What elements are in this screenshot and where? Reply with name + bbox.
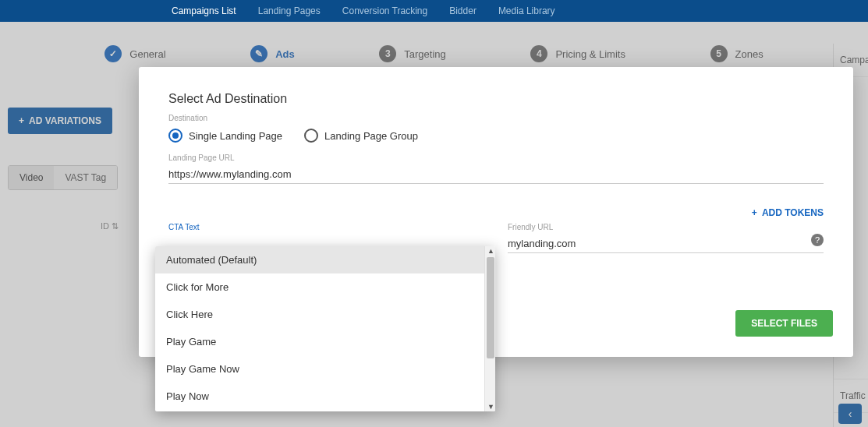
friendly-url-label: Friendly URL <box>508 223 824 231</box>
collapse-sidebar-button[interactable]: ‹ <box>838 404 862 424</box>
modal-title: Select Ad Destination <box>168 92 824 106</box>
destination-radios: Single Landing Page Landing Page Group <box>168 129 824 143</box>
help-icon[interactable]: ? <box>811 234 824 246</box>
landing-url-label: Landing Page URL <box>168 154 824 162</box>
add-tokens-button[interactable]: + ADD TOKENS <box>752 207 824 218</box>
plus-icon: + <box>752 207 757 218</box>
cta-option[interactable]: Click for More <box>155 273 484 301</box>
creative-type-tabs: Video VAST Tag <box>8 165 118 190</box>
step-zones[interactable]: 5 Zones <box>710 45 763 62</box>
step-ads[interactable]: Ads <box>250 45 295 62</box>
cta-option[interactable]: Play Now <box>155 383 484 410</box>
chevron-left-icon: ‹ <box>849 408 852 420</box>
radio-icon <box>304 129 318 143</box>
nav-landing-pages[interactable]: Landing Pages <box>258 0 321 22</box>
sort-icon[interactable]: ⇅ <box>112 221 119 231</box>
cta-option[interactable]: Play Game Now <box>155 355 484 383</box>
radio-single-landing[interactable]: Single Landing Page <box>168 129 282 143</box>
step-number: 4 <box>530 45 547 62</box>
step-general[interactable]: General <box>105 45 165 62</box>
cta-option[interactable]: Automated (Default) <box>155 246 484 273</box>
radio-icon <box>168 129 182 143</box>
radio-landing-group[interactable]: Landing Page Group <box>304 129 418 143</box>
column-id: ID ⇅ <box>8 221 125 231</box>
cta-option[interactable]: Play Game <box>155 328 484 355</box>
scroll-up-icon[interactable]: ▲ <box>487 247 494 255</box>
step-number: 5 <box>710 45 728 62</box>
tab-video[interactable]: Video <box>9 166 54 189</box>
nav-campaigns-list[interactable]: Campaigns List <box>172 0 236 22</box>
landing-url-input[interactable] <box>168 165 824 184</box>
scroll-down-icon[interactable]: ▼ <box>487 403 494 411</box>
left-column: + AD VARIATIONS Video VAST Tag ID ⇅ <box>8 108 125 231</box>
nav-conversion-tracking[interactable]: Conversion Tracking <box>342 0 427 22</box>
select-files-button[interactable]: SELECT FILES <box>735 310 833 337</box>
add-variations-button[interactable]: + AD VARIATIONS <box>8 108 112 134</box>
nav-media-library[interactable]: Media Library <box>498 0 555 22</box>
tab-vast-tag[interactable]: VAST Tag <box>54 166 117 189</box>
step-number: 3 <box>379 45 396 62</box>
cta-dropdown: Automated (Default) Click for More Click… <box>155 246 495 411</box>
check-icon <box>105 45 122 62</box>
cta-option-list: Automated (Default) Click for More Click… <box>155 246 484 411</box>
top-nav: Campaigns List Landing Pages Conversion … <box>0 0 868 22</box>
step-pricing[interactable]: 4 Pricing & Limits <box>530 45 625 62</box>
friendly-url-input[interactable] <box>508 235 824 253</box>
pencil-icon <box>250 45 267 62</box>
dropdown-scrollbar[interactable]: ▲ ▼ <box>484 246 495 411</box>
nav-bidder[interactable]: Bidder <box>449 0 477 22</box>
cta-label: CTA Text <box>168 223 484 231</box>
step-targeting[interactable]: 3 Targeting <box>379 45 445 62</box>
destination-label: Destination <box>168 114 824 122</box>
scroll-thumb[interactable] <box>487 257 494 358</box>
cta-option[interactable]: Click Here <box>155 301 484 328</box>
plus-icon: + <box>19 115 24 126</box>
